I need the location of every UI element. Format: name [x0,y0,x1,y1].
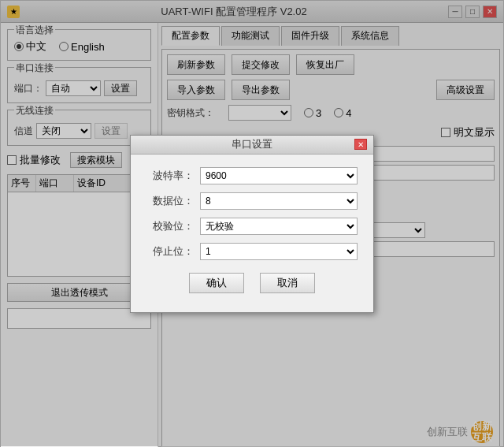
modal-title: 串口设置 [150,137,354,151]
data-bits-select[interactable]: 8 5 6 7 [200,192,358,210]
confirm-button[interactable]: 确认 [189,273,244,293]
baud-rate-select[interactable]: 9600 1200 2400 4800 19200 38400 57600 11… [200,167,358,184]
modal-buttons: 确认 取消 [146,273,358,293]
modal-close-button[interactable]: ✕ [354,139,367,150]
data-bits-label: 数据位： [146,194,194,208]
main-window: ★ UART-WIFI 配置管理程序 V2.02 ─ □ ✕ 语言选择 中文 [0,0,504,447]
modal-overlay: 串口设置 ✕ 波特率： 9600 1200 2400 4800 19200 38… [1,1,503,446]
stop-bits-label: 停止位： [146,244,194,259]
baud-rate-row: 波特率： 9600 1200 2400 4800 19200 38400 576… [146,167,358,184]
stop-bits-select[interactable]: 1 1.5 2 [200,243,358,260]
parity-label: 校验位： [146,219,194,233]
stop-bits-row: 停止位： 1 1.5 2 [146,243,358,260]
serial-settings-dialog: 串口设置 ✕ 波特率： 9600 1200 2400 4800 19200 38… [130,135,374,313]
modal-body: 波特率： 9600 1200 2400 4800 19200 38400 576… [131,155,373,312]
baud-rate-label: 波特率： [146,169,194,183]
parity-select[interactable]: 无校验 奇校验 偶校验 [200,218,358,235]
cancel-button[interactable]: 取消 [260,273,315,293]
modal-title-bar: 串口设置 ✕ [131,136,373,155]
data-bits-row: 数据位： 8 5 6 7 [146,192,358,210]
parity-row: 校验位： 无校验 奇校验 偶校验 [146,218,358,235]
